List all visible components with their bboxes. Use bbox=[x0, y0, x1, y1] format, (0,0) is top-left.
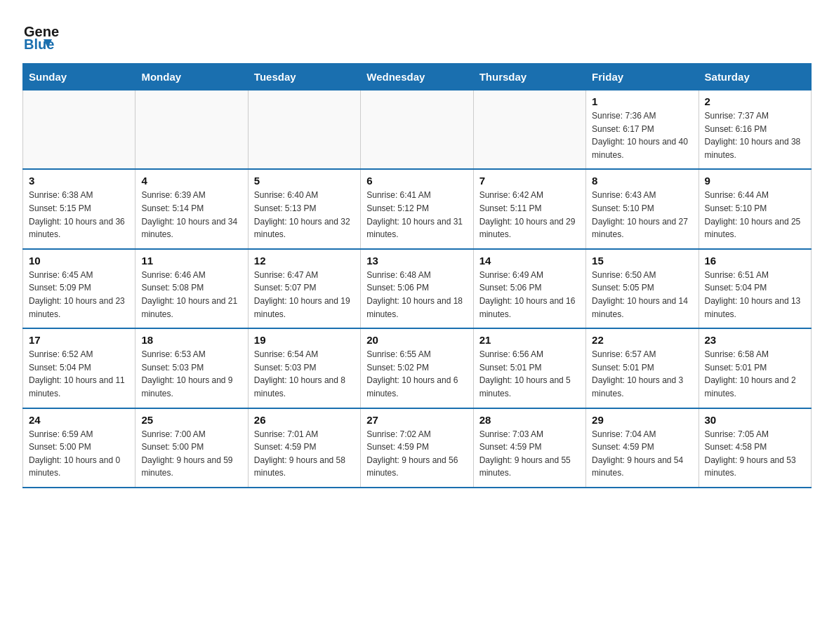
calendar-cell: 10Sunrise: 6:45 AMSunset: 5:09 PMDayligh… bbox=[23, 249, 135, 328]
calendar-cell: 29Sunrise: 7:04 AMSunset: 4:59 PMDayligh… bbox=[586, 408, 699, 488]
day-number: 2 bbox=[705, 95, 805, 107]
calendar-cell: 3Sunrise: 6:38 AMSunset: 5:15 PMDaylight… bbox=[23, 169, 135, 248]
day-info: Sunrise: 6:47 AMSunset: 5:07 PMDaylight:… bbox=[254, 269, 355, 321]
calendar-cell: 17Sunrise: 6:52 AMSunset: 5:04 PMDayligh… bbox=[23, 328, 135, 408]
calendar-cell: 27Sunrise: 7:02 AMSunset: 4:59 PMDayligh… bbox=[361, 408, 473, 488]
weekday-header-saturday: Saturday bbox=[699, 64, 811, 90]
calendar-cell bbox=[23, 90, 135, 170]
calendar-cell: 21Sunrise: 6:56 AMSunset: 5:01 PMDayligh… bbox=[473, 328, 585, 408]
day-number: 17 bbox=[29, 334, 129, 346]
day-number: 13 bbox=[366, 255, 467, 267]
day-number: 28 bbox=[479, 414, 580, 426]
day-info: Sunrise: 7:36 AMSunset: 6:17 PMDaylight:… bbox=[592, 109, 692, 161]
day-info: Sunrise: 6:45 AMSunset: 5:09 PMDaylight:… bbox=[29, 269, 129, 321]
day-info: Sunrise: 6:51 AMSunset: 5:04 PMDaylight:… bbox=[705, 269, 805, 321]
day-info: Sunrise: 6:59 AMSunset: 5:00 PMDaylight:… bbox=[29, 428, 129, 480]
day-info: Sunrise: 7:04 AMSunset: 4:59 PMDaylight:… bbox=[592, 428, 692, 480]
day-info: Sunrise: 6:58 AMSunset: 5:01 PMDaylight:… bbox=[705, 348, 805, 400]
calendar-cell: 19Sunrise: 6:54 AMSunset: 5:03 PMDayligh… bbox=[248, 328, 360, 408]
day-number: 9 bbox=[705, 175, 805, 187]
day-info: Sunrise: 6:55 AMSunset: 5:02 PMDaylight:… bbox=[366, 348, 467, 400]
day-info: Sunrise: 7:02 AMSunset: 4:59 PMDaylight:… bbox=[366, 428, 467, 480]
day-number: 8 bbox=[592, 175, 692, 187]
calendar-cell: 4Sunrise: 6:39 AMSunset: 5:14 PMDaylight… bbox=[135, 169, 248, 248]
day-number: 20 bbox=[366, 334, 467, 346]
calendar-cell: 14Sunrise: 6:49 AMSunset: 5:06 PMDayligh… bbox=[473, 249, 585, 328]
day-info: Sunrise: 6:43 AMSunset: 5:10 PMDaylight:… bbox=[592, 189, 692, 241]
page-header: General Blue bbox=[22, 17, 812, 53]
day-number: 14 bbox=[479, 255, 580, 267]
day-number: 22 bbox=[592, 334, 692, 346]
day-number: 27 bbox=[366, 414, 467, 426]
calendar-cell: 28Sunrise: 7:03 AMSunset: 4:59 PMDayligh… bbox=[473, 408, 585, 488]
day-number: 29 bbox=[592, 414, 692, 426]
day-info: Sunrise: 6:39 AMSunset: 5:14 PMDaylight:… bbox=[141, 189, 241, 241]
calendar-cell: 16Sunrise: 6:51 AMSunset: 5:04 PMDayligh… bbox=[699, 249, 811, 328]
calendar-table: SundayMondayTuesdayWednesdayThursdayFrid… bbox=[22, 63, 812, 488]
day-number: 19 bbox=[254, 334, 355, 346]
day-number: 16 bbox=[705, 255, 805, 267]
day-number: 18 bbox=[141, 334, 241, 346]
calendar-cell: 11Sunrise: 6:46 AMSunset: 5:08 PMDayligh… bbox=[135, 249, 248, 328]
calendar-week-row: 3Sunrise: 6:38 AMSunset: 5:15 PMDaylight… bbox=[23, 169, 812, 248]
day-number: 4 bbox=[141, 175, 241, 187]
day-info: Sunrise: 6:48 AMSunset: 5:06 PMDaylight:… bbox=[366, 269, 467, 321]
calendar-cell: 20Sunrise: 6:55 AMSunset: 5:02 PMDayligh… bbox=[361, 328, 473, 408]
calendar-cell: 9Sunrise: 6:44 AMSunset: 5:10 PMDaylight… bbox=[699, 169, 811, 248]
weekday-header-tuesday: Tuesday bbox=[248, 64, 360, 90]
calendar-cell: 24Sunrise: 6:59 AMSunset: 5:00 PMDayligh… bbox=[23, 408, 135, 488]
day-info: Sunrise: 6:49 AMSunset: 5:06 PMDaylight:… bbox=[479, 269, 580, 321]
weekday-header-monday: Monday bbox=[135, 64, 248, 90]
day-number: 11 bbox=[141, 255, 241, 267]
day-number: 6 bbox=[366, 175, 467, 187]
calendar-cell bbox=[135, 90, 248, 170]
day-info: Sunrise: 6:44 AMSunset: 5:10 PMDaylight:… bbox=[705, 189, 805, 241]
calendar-cell: 30Sunrise: 7:05 AMSunset: 4:58 PMDayligh… bbox=[699, 408, 811, 488]
day-number: 12 bbox=[254, 255, 355, 267]
calendar-cell: 26Sunrise: 7:01 AMSunset: 4:59 PMDayligh… bbox=[248, 408, 360, 488]
calendar-cell: 25Sunrise: 7:00 AMSunset: 5:00 PMDayligh… bbox=[135, 408, 248, 488]
calendar-week-row: 17Sunrise: 6:52 AMSunset: 5:04 PMDayligh… bbox=[23, 328, 812, 408]
logo: General Blue bbox=[22, 17, 59, 53]
day-info: Sunrise: 6:46 AMSunset: 5:08 PMDaylight:… bbox=[141, 269, 241, 321]
day-number: 1 bbox=[592, 95, 692, 107]
day-number: 3 bbox=[29, 175, 129, 187]
day-info: Sunrise: 6:52 AMSunset: 5:04 PMDaylight:… bbox=[29, 348, 129, 400]
day-number: 15 bbox=[592, 255, 692, 267]
day-info: Sunrise: 7:00 AMSunset: 5:00 PMDaylight:… bbox=[141, 428, 241, 480]
day-number: 26 bbox=[254, 414, 355, 426]
weekday-header-friday: Friday bbox=[586, 64, 699, 90]
day-number: 7 bbox=[479, 175, 580, 187]
calendar-cell bbox=[361, 90, 473, 170]
weekday-header-thursday: Thursday bbox=[473, 64, 585, 90]
calendar-header-row: SundayMondayTuesdayWednesdayThursdayFrid… bbox=[23, 64, 812, 90]
svg-text:Blue: Blue bbox=[24, 36, 54, 52]
day-info: Sunrise: 7:37 AMSunset: 6:16 PMDaylight:… bbox=[705, 109, 805, 161]
calendar-cell: 23Sunrise: 6:58 AMSunset: 5:01 PMDayligh… bbox=[699, 328, 811, 408]
calendar-cell bbox=[248, 90, 360, 170]
calendar-week-row: 24Sunrise: 6:59 AMSunset: 5:00 PMDayligh… bbox=[23, 408, 812, 488]
day-info: Sunrise: 6:50 AMSunset: 5:05 PMDaylight:… bbox=[592, 269, 692, 321]
calendar-cell: 15Sunrise: 6:50 AMSunset: 5:05 PMDayligh… bbox=[586, 249, 699, 328]
calendar-cell bbox=[473, 90, 585, 170]
logo-icon: General Blue bbox=[22, 17, 59, 53]
day-number: 24 bbox=[29, 414, 129, 426]
calendar-cell: 18Sunrise: 6:53 AMSunset: 5:03 PMDayligh… bbox=[135, 328, 248, 408]
day-number: 30 bbox=[705, 414, 805, 426]
calendar-cell: 6Sunrise: 6:41 AMSunset: 5:12 PMDaylight… bbox=[361, 169, 473, 248]
day-info: Sunrise: 6:38 AMSunset: 5:15 PMDaylight:… bbox=[29, 189, 129, 241]
calendar-cell: 5Sunrise: 6:40 AMSunset: 5:13 PMDaylight… bbox=[248, 169, 360, 248]
day-number: 10 bbox=[29, 255, 129, 267]
day-info: Sunrise: 7:03 AMSunset: 4:59 PMDaylight:… bbox=[479, 428, 580, 480]
day-info: Sunrise: 7:01 AMSunset: 4:59 PMDaylight:… bbox=[254, 428, 355, 480]
weekday-header-sunday: Sunday bbox=[23, 64, 135, 90]
calendar-cell: 1Sunrise: 7:36 AMSunset: 6:17 PMDaylight… bbox=[586, 90, 699, 170]
day-number: 25 bbox=[141, 414, 241, 426]
calendar-week-row: 10Sunrise: 6:45 AMSunset: 5:09 PMDayligh… bbox=[23, 249, 812, 328]
day-number: 5 bbox=[254, 175, 355, 187]
day-number: 23 bbox=[705, 334, 805, 346]
day-info: Sunrise: 6:42 AMSunset: 5:11 PMDaylight:… bbox=[479, 189, 580, 241]
calendar-cell: 13Sunrise: 6:48 AMSunset: 5:06 PMDayligh… bbox=[361, 249, 473, 328]
calendar-cell: 12Sunrise: 6:47 AMSunset: 5:07 PMDayligh… bbox=[248, 249, 360, 328]
day-info: Sunrise: 6:40 AMSunset: 5:13 PMDaylight:… bbox=[254, 189, 355, 241]
